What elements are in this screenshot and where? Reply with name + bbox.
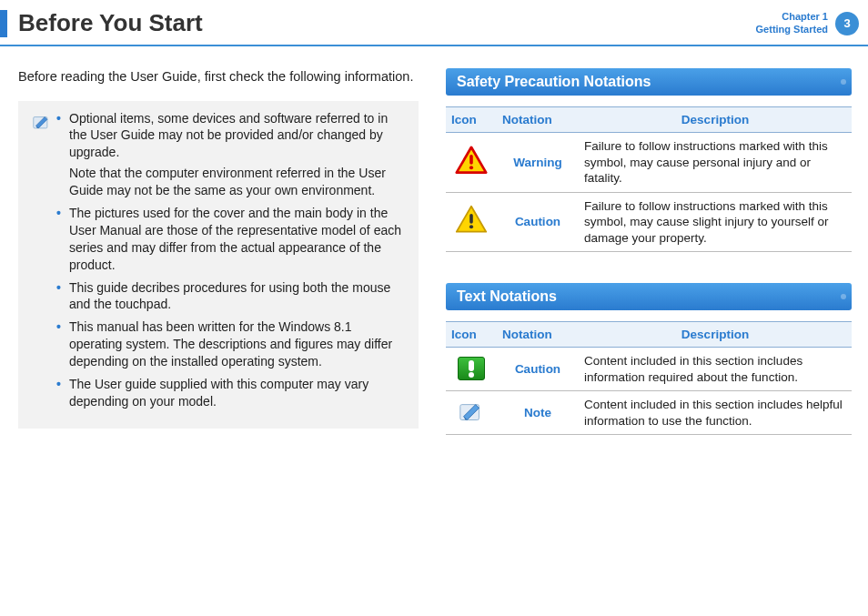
warning-triangle-red-icon <box>455 146 488 175</box>
icon-cell <box>446 133 497 193</box>
table-row: Note Content included in this section in… <box>446 391 852 435</box>
caution-green-exclaim-icon <box>458 357 485 380</box>
icon-cell <box>446 348 497 391</box>
chapter-name: Getting Started <box>756 24 828 35</box>
section-heading-safety: Safety Precaution Notations <box>446 68 852 96</box>
notation-label: Caution <box>497 348 579 391</box>
table-row: Warning Failure to follow instructions m… <box>446 133 852 193</box>
svg-point-8 <box>469 372 474 378</box>
list-item: This guide decribes procedures for using… <box>56 279 406 314</box>
list-item: This manual has been written for the Win… <box>56 318 406 370</box>
title-accent-bar <box>0 10 7 37</box>
icon-cell <box>446 391 497 435</box>
svg-rect-7 <box>469 360 474 371</box>
list-item: The User guide supplied with this comput… <box>56 376 406 410</box>
notation-description: Failure to follow instructions marked wi… <box>579 133 852 193</box>
table-header-icon: Icon <box>446 322 497 348</box>
left-column: Before reading the User Guide, first che… <box>18 68 419 466</box>
list-item-text: This guide decribes procedures for using… <box>69 280 390 312</box>
page-number-badge: 3 <box>835 12 859 35</box>
caution-triangle-yellow-icon <box>455 205 488 234</box>
table-row: Caution Failure to follow instructions m… <box>446 192 852 252</box>
intro-paragraph: Before reading the User Guide, first che… <box>18 68 419 86</box>
note-pencil-icon <box>31 112 51 132</box>
list-item-text: The pictures used for the cover and the … <box>69 206 401 272</box>
svg-rect-2 <box>469 155 473 165</box>
notation-description: Content included in this section include… <box>579 348 852 391</box>
svg-rect-5 <box>469 214 473 224</box>
notation-label: Warning <box>497 133 579 193</box>
notation-description: Failure to follow instructions marked wi… <box>579 192 852 252</box>
info-note-box: Optional items, some devices and softwar… <box>18 101 419 429</box>
table-header-description: Description <box>579 322 852 348</box>
text-notation-table: Icon Notation Description <box>446 321 852 435</box>
notation-label: Note <box>497 391 579 435</box>
list-item: Optional items, some devices and softwar… <box>56 110 406 199</box>
table-header-notation: Notation <box>497 322 579 348</box>
table-header-notation: Notation <box>497 107 579 133</box>
list-item-subtext: Note that the computer environment refer… <box>69 165 406 199</box>
notation-label: Caution <box>497 192 579 252</box>
list-item-text: The User guide supplied with this comput… <box>69 377 368 409</box>
content-area: Before reading the User Guide, first che… <box>0 46 868 466</box>
note-list: Optional items, some devices and softwar… <box>56 110 406 416</box>
table-row: Caution Content included in this section… <box>446 348 852 391</box>
section-heading-text-notations: Text Notations <box>446 283 852 310</box>
note-pencil-icon <box>458 399 485 423</box>
table-header-icon: Icon <box>446 107 497 133</box>
table-header-description: Description <box>579 107 852 133</box>
icon-cell <box>446 192 497 252</box>
page-title: Before You Start <box>18 9 203 37</box>
svg-point-3 <box>469 166 473 169</box>
list-item-text: This manual has been written for the Win… <box>69 319 392 369</box>
chapter-number: Chapter 1 <box>756 11 828 23</box>
svg-point-6 <box>469 226 473 229</box>
list-item: The pictures used for the cover and the … <box>56 205 406 274</box>
list-item-text: Optional items, some devices and softwar… <box>69 111 388 160</box>
header-right: Chapter 1 Getting Started 3 <box>756 11 868 35</box>
page-header: Before You Start Chapter 1 Getting Start… <box>0 0 868 46</box>
chapter-info: Chapter 1 Getting Started <box>756 11 828 35</box>
notation-description: Content included in this section include… <box>579 391 852 435</box>
right-column: Safety Precaution Notations Icon Notatio… <box>446 68 852 466</box>
safety-notation-table: Icon Notation Description <box>446 106 852 252</box>
title-wrap: Before You Start <box>0 9 203 37</box>
